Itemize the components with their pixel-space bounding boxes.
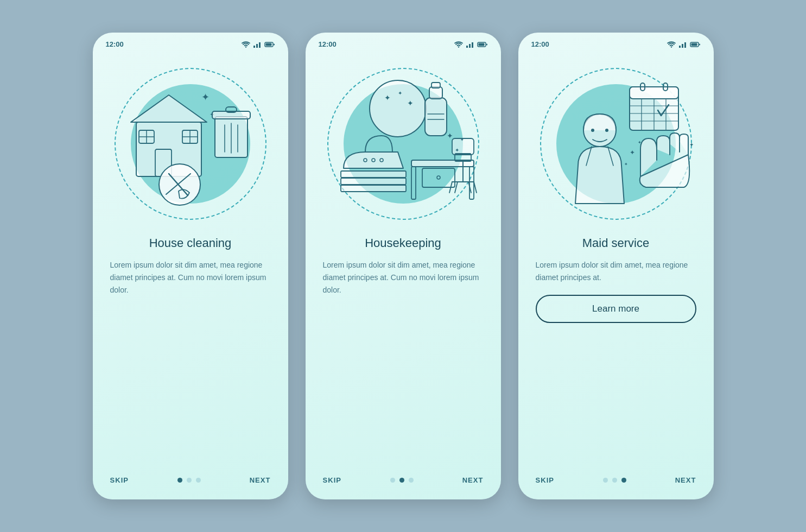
time-2: 12:00: [319, 40, 337, 48]
svg-text:✦: ✦: [384, 93, 391, 102]
skip-button-3[interactable]: SKIP: [536, 476, 555, 484]
screen-title-2: Housekeeping: [323, 236, 484, 250]
skip-button-2[interactable]: SKIP: [323, 476, 342, 484]
dot-1-1: [177, 478, 182, 483]
dot-3-2: [612, 478, 617, 483]
svg-text:✦: ✦: [201, 92, 210, 103]
svg-point-82: [591, 129, 594, 132]
svg-rect-30: [478, 43, 484, 46]
svg-point-23: [159, 164, 200, 205]
svg-rect-37: [429, 87, 442, 99]
house-cleaning-illustration: ✦ ✦: [109, 68, 272, 220]
battery-icon-2: [477, 41, 488, 48]
bottom-nav-3: SKIP NEXT: [518, 466, 714, 499]
status-bar-2: 12:00: [306, 33, 501, 52]
dot-2-2: [399, 478, 404, 483]
phone-screen-1: 12:00: [93, 33, 288, 499]
signal-icon-2: [466, 41, 474, 48]
dot-1-2: [187, 478, 192, 483]
svg-point-51: [437, 176, 440, 179]
svg-text:✦: ✦: [624, 162, 628, 167]
svg-rect-36: [425, 98, 447, 136]
next-button-3[interactable]: NEXT: [675, 476, 696, 484]
phone-screen-2: 12:00: [306, 33, 501, 499]
dots-2: [390, 478, 414, 483]
dot-1-3: [196, 478, 201, 483]
wifi-icon-1: [242, 41, 250, 48]
svg-rect-48: [411, 167, 416, 199]
screens-container: 12:00: [93, 33, 714, 499]
status-bar-3: 12:00: [518, 33, 714, 52]
svg-rect-65: [684, 42, 686, 48]
svg-rect-70: [630, 87, 678, 99]
svg-marker-7: [131, 95, 207, 122]
svg-rect-27: [469, 44, 471, 48]
svg-rect-2: [259, 42, 261, 48]
bottom-nav-2: SKIP NEXT: [306, 466, 501, 499]
svg-rect-44: [341, 171, 406, 178]
time-1: 12:00: [106, 40, 124, 48]
dot-2-3: [409, 478, 414, 483]
svg-point-83: [605, 129, 608, 132]
svg-text:✦: ✦: [455, 147, 459, 153]
svg-rect-1: [256, 44, 258, 48]
svg-rect-38: [431, 83, 440, 88]
svg-rect-46: [341, 185, 406, 192]
battery-icon-1: [264, 41, 275, 48]
dot-2-1: [390, 478, 395, 483]
svg-text:✦: ✦: [638, 140, 642, 145]
dots-3: [603, 478, 626, 483]
screen-text-2: Lorem ipsum dolor sit dim amet, mea regi…: [323, 259, 484, 296]
screen-content-1: House cleaning Lorem ipsum dolor sit dim…: [93, 236, 288, 466]
svg-rect-31: [486, 43, 487, 45]
illustration-area-3: ✦ ✦ ✦ ✦: [518, 52, 714, 236]
signal-icon-3: [678, 41, 687, 48]
battery-icon-3: [690, 41, 701, 48]
dot-3-3: [621, 478, 626, 483]
dot-3-1: [603, 478, 608, 483]
illustration-area-1: ✦ ✦: [93, 52, 288, 236]
housekeeping-illustration: ✦ ✦ ✦: [322, 68, 485, 220]
screen-content-3: Maid service Lorem ipsum dolor sit dim a…: [518, 236, 714, 466]
next-button-1[interactable]: NEXT: [250, 476, 271, 484]
svg-text:✦: ✦: [630, 149, 635, 156]
wifi-icon-3: [667, 41, 676, 48]
screen-title-1: House cleaning: [110, 236, 271, 250]
screen-title-3: Maid service: [536, 236, 696, 250]
svg-point-32: [370, 80, 426, 137]
status-icons-2: [454, 41, 488, 48]
svg-rect-63: [679, 46, 681, 48]
illustration-area-2: ✦ ✦ ✦: [306, 52, 501, 236]
svg-rect-28: [472, 42, 473, 48]
svg-rect-50: [422, 168, 455, 187]
screen-text-1: Lorem ipsum dolor sit dim amet, mea regi…: [110, 259, 271, 296]
learn-more-button[interactable]: Learn more: [536, 295, 696, 323]
svg-rect-5: [274, 43, 275, 45]
screen-content-2: Housekeeping Lorem ipsum dolor sit dim a…: [306, 236, 501, 466]
status-bar-1: 12:00: [93, 33, 288, 52]
svg-rect-4: [265, 43, 271, 46]
bottom-nav-1: SKIP NEXT: [93, 466, 288, 499]
svg-rect-64: [682, 44, 683, 48]
status-icons-3: [667, 41, 701, 48]
skip-button-1[interactable]: SKIP: [110, 476, 129, 484]
time-3: 12:00: [531, 40, 549, 48]
wifi-icon-2: [454, 41, 463, 48]
next-button-2[interactable]: NEXT: [462, 476, 484, 484]
svg-text:✦: ✦: [447, 131, 453, 140]
svg-rect-49: [469, 167, 474, 199]
svg-rect-45: [341, 178, 406, 185]
phone-screen-3: 12:00: [518, 33, 714, 499]
svg-text:✦: ✦: [689, 142, 694, 148]
dots-1: [177, 478, 201, 483]
svg-text:✦: ✦: [460, 137, 464, 142]
svg-rect-26: [466, 46, 468, 48]
maid-service-illustration: ✦ ✦ ✦ ✦: [535, 68, 697, 220]
svg-rect-67: [691, 43, 697, 46]
svg-rect-0: [253, 46, 255, 48]
svg-text:✦: ✦: [407, 99, 414, 107]
signal-icon-1: [253, 41, 262, 48]
screen-text-3: Lorem ipsum dolor sit dim amet, mea regi…: [536, 259, 696, 284]
svg-rect-68: [699, 43, 700, 45]
status-icons-1: [242, 41, 275, 48]
